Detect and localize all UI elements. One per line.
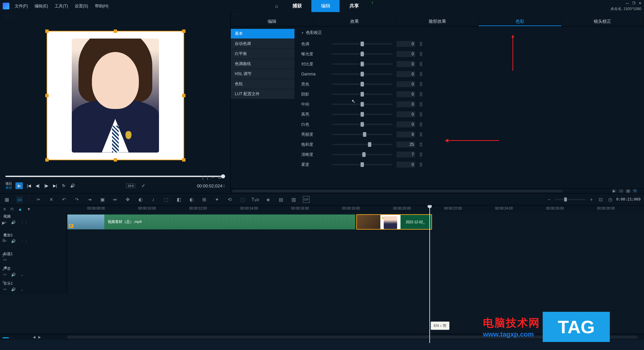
color-cat-autotone[interactable]: 自动色调	[231, 39, 294, 49]
layout-icon-2[interactable]: ▤	[626, 189, 631, 193]
section-color-correction[interactable]: 色彩校正	[301, 28, 637, 39]
minimize-icon[interactable]: —	[626, 1, 629, 5]
slider-stepper[interactable]: ▲▼	[419, 102, 423, 107]
close-icon[interactable]: ✕	[639, 1, 641, 5]
pan-zoom-icon[interactable]: ⇔	[112, 196, 118, 203]
zoom-in-icon[interactable]: +	[588, 196, 595, 203]
aspect-ratio[interactable]: 16:9	[126, 183, 136, 188]
track-body-title[interactable]	[67, 250, 644, 265]
undo-icon[interactable]: ↶	[61, 196, 67, 203]
slider-track[interactable]	[332, 73, 392, 75]
slider-track[interactable]	[332, 63, 392, 65]
motion-icon[interactable]: ⬚	[163, 196, 169, 203]
goto-start-button[interactable]: |◀	[26, 183, 32, 188]
slider-stepper[interactable]: ▲▼	[419, 42, 423, 46]
ripple-icon[interactable]: ⇥	[86, 196, 93, 203]
track-body-overlay[interactable]	[67, 231, 644, 250]
slider-value[interactable]: 0	[396, 121, 415, 127]
clip-selected[interactable]: ★2022-12-02_	[356, 214, 432, 230]
chroma-icon[interactable]: ◈	[265, 196, 271, 203]
slider-value[interactable]: 0	[396, 91, 415, 97]
mark-in-icon[interactable]: [	[202, 175, 203, 180]
panel-grip-icon[interactable]: ::::::	[2, 14, 228, 18]
upload-icon[interactable]: ↑	[371, 0, 374, 12]
ime-indicator[interactable]: EN ♪ 简	[431, 322, 449, 330]
resize-handle-br[interactable]	[182, 158, 185, 162]
gif-icon[interactable]: GIF	[303, 196, 310, 203]
slider-track[interactable]	[332, 134, 392, 135]
track-type-music-icon[interactable]: ♪	[2, 279, 7, 284]
resize-handle-bm[interactable]	[114, 158, 117, 162]
zoom-out-icon[interactable]: −	[546, 196, 552, 203]
slider-track[interactable]	[332, 94, 392, 95]
track-type-video-icon[interactable]: ▶	[2, 221, 7, 225]
slider-stepper[interactable]: ▲▼	[419, 152, 423, 157]
fx-icon[interactable]: ⋮⋮	[20, 239, 28, 243]
slider-value[interactable]: 0	[396, 61, 415, 67]
selected-clip-frame[interactable]	[47, 31, 184, 160]
grid-icon[interactable]: ⊞	[201, 196, 208, 203]
props-scrollbar[interactable]: ▶ ▭ ▤ ✎	[231, 188, 644, 193]
track-icon[interactable]: ⬚	[239, 196, 246, 203]
preview-timecode[interactable]: 00:00:02;024 ▲▼	[197, 183, 225, 188]
clip-main-video[interactable]: 视频素材（总）.mp4 🔊	[67, 214, 356, 230]
mute-icon[interactable]: 🔊	[11, 287, 16, 292]
slider-stepper[interactable]: ▲▼	[419, 82, 423, 86]
prop-tab-edit[interactable]: 编辑	[231, 16, 313, 26]
slider-track[interactable]	[332, 83, 392, 85]
timeline-view-icon[interactable]: ▭	[16, 196, 23, 203]
magnet-icon[interactable]: ⊓	[10, 207, 13, 212]
slider-track[interactable]	[332, 43, 392, 45]
panel-grip-icon[interactable]: ::::::	[231, 12, 644, 16]
text3d-icon[interactable]: T₃ᴅ	[252, 196, 259, 203]
track-body-video[interactable]: 视频素材（总）.mp4 🔊 ★2022-12-02_	[67, 213, 644, 231]
slider-track[interactable]	[332, 164, 392, 165]
prop-tab-lens[interactable]: 镜头校正	[561, 16, 644, 26]
slider-value[interactable]: 0	[396, 162, 415, 168]
multi-icon[interactable]: ◧	[175, 196, 182, 203]
scrubber-knob[interactable]	[221, 174, 225, 178]
slider-value[interactable]: 0	[396, 81, 415, 87]
menu-tool[interactable]: 工具(T)	[55, 3, 68, 9]
slider-stepper[interactable]: ▲▼	[419, 132, 423, 137]
3d-icon[interactable]: ✦	[214, 196, 220, 203]
next-frame-button[interactable]: |▶	[44, 183, 49, 188]
tools-icon[interactable]: ✕	[48, 196, 55, 203]
fullscreen-icon[interactable]: ⤢	[141, 183, 146, 188]
slider-value[interactable]: 0	[396, 71, 415, 77]
mute-icon[interactable]: 🔊	[11, 239, 16, 243]
audio-icon[interactable]: ♪	[150, 196, 157, 203]
tab-edit[interactable]: 编辑	[312, 0, 340, 12]
slider-stepper[interactable]: ▲▼	[419, 142, 423, 147]
prop-tab-color[interactable]: 色彩	[479, 16, 561, 26]
prev-frame-button[interactable]: ◀|	[35, 183, 40, 188]
color-cat-lut[interactable]: LUT 配置文件	[231, 89, 294, 99]
menu-edit[interactable]: 编辑(E)	[35, 3, 48, 9]
marker-add-icon[interactable]: ▲	[18, 207, 22, 212]
preview-canvas[interactable]	[2, 18, 228, 172]
mask-icon[interactable]: ◐	[188, 196, 195, 203]
slider-stepper[interactable]: ▲▼	[419, 162, 423, 167]
link-icon[interactable]: ⚯	[3, 287, 6, 292]
storyboard-view-icon[interactable]: ▦	[3, 196, 10, 203]
ruler-ticks[interactable]: 00:00:08:0000:00:10:0000:00:12:0000:00:1…	[67, 206, 644, 213]
volume-button[interactable]: 🔊	[70, 183, 75, 188]
restore-icon[interactable]: ❐	[632, 1, 635, 5]
scroll-right-icon[interactable]: ▶	[612, 189, 616, 193]
clock-icon[interactable]: ◷	[607, 196, 613, 203]
track-body-music[interactable]	[67, 280, 644, 294]
resize-handle-tr[interactable]	[182, 30, 185, 33]
prop-tab-effect[interactable]: 效果	[313, 16, 396, 26]
chevron-down-icon[interactable]: ⌄	[20, 273, 23, 277]
color-cat-whitebalance[interactable]: 白平衡	[231, 49, 294, 59]
tab-share[interactable]: 共享	[340, 0, 369, 12]
tc-down[interactable]: ▼	[223, 186, 225, 188]
redo-icon[interactable]: ↷	[73, 196, 80, 203]
menu-settings[interactable]: 设置(S)	[75, 3, 88, 9]
marker-icon[interactable]: ▼	[27, 207, 31, 212]
slider-track[interactable]	[332, 124, 392, 125]
slider-value[interactable]: 25	[396, 141, 415, 148]
prop-tab-face[interactable]: 脸部效果	[396, 16, 479, 26]
filmstrip-icon[interactable]: ▤	[277, 196, 284, 203]
slider-track[interactable]	[332, 144, 392, 145]
